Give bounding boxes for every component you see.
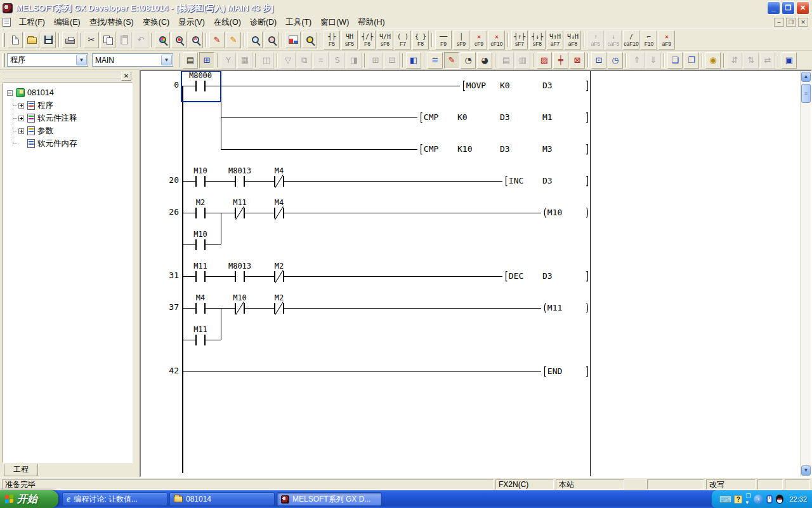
contact-bar[interactable] [195, 176, 197, 187]
new-project-button[interactable] [8, 32, 23, 48]
instruction-bracket[interactable]: ) [585, 207, 590, 218]
cut-button[interactable]: ✂ [84, 32, 99, 48]
instruction-text[interactable]: D3 [542, 80, 553, 91]
clock[interactable]: 22:32 [789, 495, 807, 503]
zoom-list-button[interactable] [247, 32, 263, 48]
window-new-button[interactable]: ❏ [667, 52, 683, 69]
scroll-up-button[interactable]: ▲ [801, 72, 811, 82]
contact-bar[interactable] [235, 303, 236, 314]
instruction-text[interactable]: [INC [504, 175, 523, 186]
tree-root-081014[interactable]: 081014 [7, 87, 54, 98]
instruction-text[interactable]: M3 [542, 144, 553, 154]
task-gx-developer[interactable]: MELSOFT系列 GX D... [277, 492, 382, 506]
instruction-text[interactable]: (M10 [542, 207, 562, 218]
tool-falling-pulse[interactable]: ↓caF5 [605, 30, 622, 50]
contact-bar[interactable] [204, 239, 206, 250]
statement-edit-button[interactable]: ✎ [226, 32, 241, 48]
macro-find-button[interactable] [302, 32, 317, 48]
help-tray-icon[interactable]: ? [734, 495, 742, 504]
instruction-text[interactable]: D3 [542, 271, 553, 281]
delete-mode-button[interactable]: ⊟ [384, 52, 400, 69]
tree-item-程序[interactable]: 程序 [18, 100, 53, 111]
contact-bar[interactable] [204, 271, 206, 282]
menu-item-6[interactable]: 诊断(D) [246, 15, 281, 30]
save-project-button[interactable] [41, 32, 56, 48]
qq-messenger-tray-icon[interactable] [776, 495, 783, 504]
tool-falling-contact[interactable]: ┤↓├sF8 [529, 30, 546, 50]
menu-item-0[interactable]: 工程(F) [15, 15, 49, 30]
close-button[interactable]: ✕ [796, 1, 809, 15]
contact-bar[interactable] [204, 303, 206, 314]
tool-line-draw[interactable]: ⌐F10 [641, 30, 657, 50]
tree-item-软元件内存[interactable]: 软元件内存 [18, 138, 77, 149]
block-middle-button[interactable]: ⇅ [743, 52, 759, 69]
tool-coil[interactable]: ( )F7 [395, 30, 411, 50]
window-jump-button[interactable]: ❐ [684, 52, 699, 69]
tree-expand-box[interactable] [18, 128, 24, 134]
instruction-text[interactable]: [END [542, 366, 562, 377]
forced-io-button[interactable]: ╪ [553, 52, 568, 69]
task-ie-browser[interactable]: e编程讨论: 让数值... [62, 492, 167, 506]
ladder-symbol-button[interactable]: ≡ [428, 52, 443, 69]
minimize-button[interactable]: _ [767, 1, 780, 15]
instruction-bracket[interactable]: ] [585, 112, 590, 123]
block-exec-button[interactable]: ◨ [346, 52, 362, 69]
language-bar-icon[interactable]: ‹ [754, 495, 763, 504]
program-type-combo[interactable]: 程序▼ [7, 53, 88, 67]
tree-expand-box[interactable] [18, 103, 24, 109]
menu-item-9[interactable]: 帮助(H) [353, 15, 389, 30]
instruction-bracket[interactable]: ] [585, 80, 590, 91]
partial-exec-button[interactable]: ⧉ [297, 52, 312, 69]
menu-item-7[interactable]: 工具(T) [281, 15, 316, 30]
instruction-bracket[interactable]: ] [585, 271, 590, 281]
contact-bar[interactable] [204, 335, 206, 345]
vertical-scrollbar[interactable]: ▲ ▼ [800, 71, 811, 476]
monitor-find-button[interactable]: ◉ [705, 52, 721, 69]
instruction-bracket[interactable]: ] [585, 175, 590, 186]
keyboard-tray-icon[interactable]: ⌨ [719, 495, 731, 504]
menu-item-5[interactable]: 在线(O) [209, 15, 246, 30]
tool-closed-contact[interactable]: ┤/├F6 [359, 30, 376, 50]
tool-open-contact[interactable]: ┤├F5 [324, 30, 340, 50]
comment-display-button[interactable]: ▤ [183, 52, 198, 69]
monitor-mode-button[interactable]: ◕ [477, 52, 492, 69]
tool-rising-pulse[interactable]: ↑aF5 [587, 30, 604, 50]
restore-window-tray-icon[interactable]: ❐▾ [745, 493, 750, 505]
instruction-bracket[interactable]: ] [585, 366, 590, 377]
instruction-text[interactable]: (M11 [542, 302, 562, 313]
program-check-button[interactable]: ◫ [259, 52, 274, 69]
contact-bar[interactable] [204, 208, 206, 218]
mdi-restore-button[interactable]: ❐ [786, 18, 796, 27]
instruction-bracket[interactable]: ] [585, 144, 590, 154]
instruction-text[interactable]: [DEC [504, 271, 523, 281]
block-up-button[interactable]: ⇵ [727, 52, 742, 69]
project-data-list-button[interactable] [285, 32, 301, 48]
contact-bar[interactable] [195, 335, 197, 345]
menu-item-1[interactable]: 编辑(E) [49, 15, 85, 30]
contact-bar[interactable] [274, 208, 275, 218]
instruction-text[interactable]: D3 [542, 175, 553, 186]
ladder-tree-button[interactable]: ⊞ [199, 52, 214, 69]
mdi-minimize-button[interactable]: – [774, 18, 784, 27]
tool-falling-parallel[interactable]: Ч↓НaF8 [565, 30, 581, 50]
find-button[interactable] [155, 32, 170, 48]
online-read-button[interactable]: ▤ [499, 52, 514, 69]
online-write-button[interactable]: ▥ [515, 52, 530, 69]
paste-button[interactable] [117, 32, 132, 48]
menu-item-3[interactable]: 变换(C) [138, 15, 174, 30]
instruction-text[interactable]: [MOVP [461, 80, 486, 91]
chevron-down-icon[interactable]: ▼ [76, 55, 87, 65]
tool-rising-parallel[interactable]: Ч↑НaF7 [547, 30, 563, 50]
menu-item-2[interactable]: 查找/替换(S) [85, 15, 138, 30]
ladder-canvas[interactable]: 0M8000[MOVPK0D3][CMPK0D3M1][CMPK10D3M3]2… [141, 71, 800, 476]
instruction-text[interactable]: D3 [500, 144, 510, 154]
instruction-text[interactable]: D3 [500, 112, 510, 123]
undo-button[interactable]: ↶ [133, 32, 148, 48]
menu-item-4[interactable]: 显示(V) [174, 15, 209, 30]
task-folder-081014[interactable]: 081014 [169, 492, 275, 506]
contact-bar[interactable] [244, 271, 245, 282]
contact-coil-list-button[interactable]: Y [221, 52, 236, 69]
contact-bar[interactable] [274, 271, 275, 282]
contact-bar[interactable] [283, 303, 284, 314]
panel-splitter[interactable] [135, 70, 140, 478]
